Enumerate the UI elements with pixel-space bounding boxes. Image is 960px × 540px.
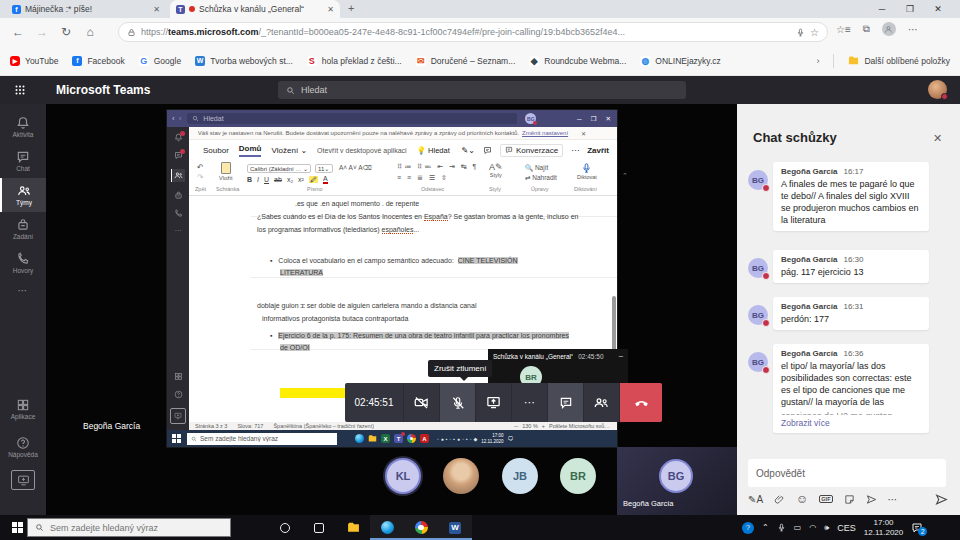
more-icon[interactable]: ⋯ <box>175 227 182 235</box>
taskbar-search-box[interactable] <box>27 518 231 537</box>
cortana-icon[interactable] <box>268 515 302 540</box>
browser-tab-1[interactable]: f Májinečka :* píše! ✕ <box>6 0 166 18</box>
collapse-ribbon-icon[interactable]: ⌃ <box>622 172 628 180</box>
nav-forward-icon[interactable]: › <box>179 114 182 123</box>
start-icon[interactable] <box>172 434 181 443</box>
banner-close-icon[interactable]: ✕ <box>581 130 586 137</box>
reload-button[interactable]: ↻ <box>54 25 78 39</box>
sticker-icon[interactable] <box>844 494 855 505</box>
strikethrough-button[interactable]: ab <box>274 176 282 183</box>
get-help-tray-icon[interactable]: ? <box>742 522 754 534</box>
bookmark-roundcube[interactable]: ◆Roundcube Webma... <box>529 56 626 66</box>
forward-button[interactable]: → <box>30 25 54 39</box>
paste-button[interactable]: Vložit <box>219 162 232 181</box>
camera-off-button[interactable] <box>403 383 439 422</box>
zoom-in-icon[interactable]: + <box>542 423 545 429</box>
battery-tray-icon[interactable]: ▭ <box>794 523 802 532</box>
sidebar-item-teams[interactable]: Týmy <box>0 178 46 212</box>
bookmark-hola[interactable]: Shola překlad z češti... <box>307 56 402 66</box>
word-menu-file[interactable]: Soubor <box>203 146 229 155</box>
bookmark-facebook[interactable]: fFacebook <box>72 56 124 66</box>
reply-input[interactable] <box>748 459 946 487</box>
subscript-button[interactable]: x₂ <box>287 176 293 183</box>
browser-tab-2[interactable]: T Schůzka v kanálu „General“ ✕ <box>170 0 340 18</box>
browser-profile-avatar[interactable] <box>882 22 896 36</box>
redo-icon[interactable]: ↷ <box>197 173 204 182</box>
feedback-link[interactable]: Pošlete Microsoftu svůj názor <box>549 423 611 429</box>
stream-icon[interactable] <box>866 494 877 505</box>
share-screen-button[interactable] <box>475 383 511 422</box>
acrobat-icon[interactable]: A <box>420 434 429 443</box>
assignments-icon[interactable] <box>174 191 183 200</box>
window-maximize-button[interactable]: ❐ <box>896 4 924 14</box>
url-field[interactable]: https://teams.microsoft.com/_?tenantId=b… <box>118 22 828 42</box>
tab-close-icon[interactable]: ✕ <box>153 5 160 14</box>
chat-toggle-button[interactable] <box>547 383 583 422</box>
shared-maximize-icon[interactable]: ❐ <box>591 115 597 123</box>
word-count[interactable]: Slova: 717 <box>237 423 263 429</box>
zoom-level[interactable]: 130 % <box>522 423 538 429</box>
show-more-link[interactable]: Zobrazit více <box>781 418 921 428</box>
zoom-out-icon[interactable]: ─ <box>514 423 518 429</box>
gif-icon[interactable]: GIF <box>819 495 832 503</box>
bookmark-google[interactable]: GGoogle <box>139 56 181 66</box>
browser-menu-icon[interactable]: ⋯ <box>908 24 918 35</box>
chat-message[interactable]: BG Begoña García16:36 el tipo/ la mayorí… <box>748 344 960 433</box>
find-button[interactable]: 🔍 Najít <box>525 164 548 172</box>
shared-search-box[interactable]: Hledat <box>187 113 517 124</box>
font-size-select[interactable]: 11 ⌄ <box>315 164 333 173</box>
bookmark-tvorba[interactable]: WTvorba webových st... <box>195 56 293 66</box>
new-tab-button[interactable]: + <box>348 2 354 14</box>
participant-avatar-photo[interactable] <box>443 458 479 494</box>
activity-icon[interactable] <box>174 133 183 142</box>
teams-app-icon[interactable]: T <box>394 434 403 443</box>
list-buttons[interactable]: ⠿≔ ⠿≕ ⇤ ⇥ ↹ ¶ <box>397 163 478 171</box>
chrome-icon[interactable] <box>407 434 416 443</box>
emoji-icon[interactable]: ☺ <box>796 492 808 506</box>
shared-profile-avatar[interactable]: BG <box>525 113 536 124</box>
bookmark-dorucene[interactable]: ✉Doručené – Seznam... <box>416 56 516 66</box>
participants-button[interactable] <box>583 383 619 422</box>
bookmark-youtube[interactable]: ▶YouTube <box>10 56 58 66</box>
sidebar-item-assignments[interactable]: Zadání <box>0 212 46 246</box>
font-color-button[interactable]: A <box>323 175 328 184</box>
font-name-select[interactable]: Calibri (Základní te... ⌄ <box>247 164 311 173</box>
notification-center-icon[interactable]: 2 <box>911 522 923 534</box>
show-hidden-icons[interactable]: ⌃ <box>762 523 769 532</box>
language-status[interactable]: Španělština (Španělsko – tradiční řazení… <box>273 423 374 429</box>
volume-tray-icon[interactable]: 🕪 <box>824 523 829 533</box>
nav-back-icon[interactable]: ‹ <box>172 114 175 123</box>
spotlight-tile[interactable]: BG Begoña García <box>617 447 737 515</box>
help-icon[interactable] <box>174 390 183 399</box>
edge-icon[interactable] <box>355 434 364 443</box>
back-button[interactable]: ← <box>6 25 30 39</box>
send-icon[interactable] <box>935 493 948 506</box>
word-search-button[interactable]: 💡 Hledat <box>417 146 450 155</box>
more-actions-button[interactable]: ⋯ <box>511 383 547 422</box>
presenter-clock[interactable]: 17:0012.11.2020 <box>481 433 503 444</box>
compose-more-icon[interactable]: ⋯ <box>888 494 898 505</box>
waffle-icon[interactable] <box>14 84 26 96</box>
participant-avatar-kl[interactable]: KL <box>385 458 421 494</box>
voice-search-icon[interactable] <box>796 28 805 37</box>
chrome-taskbar-icon[interactable] <box>404 515 438 540</box>
sidebar-item-chat[interactable]: Chat <box>0 144 46 178</box>
bookmarks-overflow-chevron[interactable]: › <box>816 56 819 66</box>
bold-button[interactable]: B <box>247 176 252 183</box>
word-menu-home[interactable]: Domů <box>239 144 262 157</box>
calls-icon[interactable] <box>174 209 183 218</box>
explorer-icon[interactable] <box>368 434 377 443</box>
chat-message[interactable]: BG Begoña García16:31 perdón: 177 <box>748 297 960 330</box>
language-indicator[interactable]: CES <box>837 523 856 533</box>
format-icon[interactable]: ✎A <box>748 494 763 505</box>
favorites-list-icon[interactable]: ☆≡ <box>836 24 851 35</box>
sidebar-more-icon[interactable]: ⋯ <box>0 280 46 300</box>
chat-message[interactable]: BG Begoña García16:17 A finales de mes t… <box>748 162 960 231</box>
comment-icon[interactable] <box>483 146 492 155</box>
styles-button[interactable]: A✎Styly <box>489 162 503 178</box>
excel-icon[interactable]: X <box>381 434 390 443</box>
pen-tool-icon[interactable]: ✎⌄ <box>462 146 475 155</box>
more-commands-icon[interactable]: ⋯ <box>571 146 579 155</box>
tab-close-icon[interactable]: ✕ <box>327 5 334 14</box>
dictate-button[interactable]: Diktovat <box>577 162 597 180</box>
